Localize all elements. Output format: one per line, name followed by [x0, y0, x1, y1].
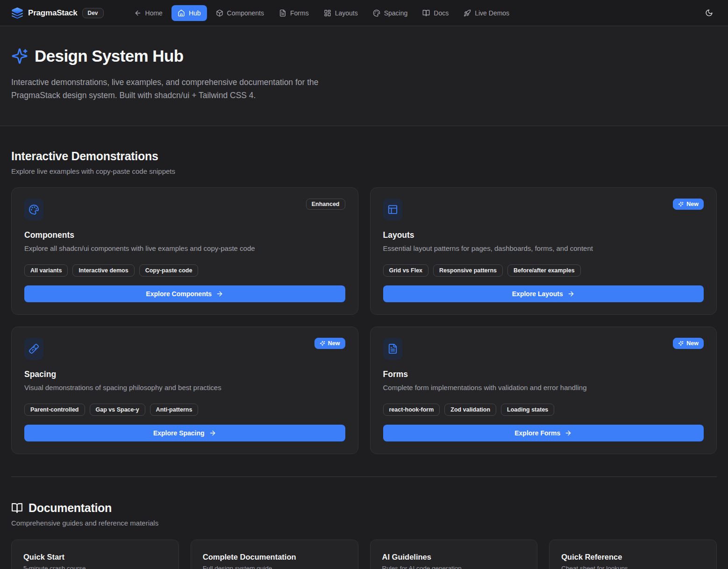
- arrow-left-icon: [134, 9, 142, 17]
- sparkles-icon: [320, 341, 325, 346]
- card-title: Layouts: [383, 230, 704, 240]
- nav-item-spacing[interactable]: Spacing: [367, 5, 414, 21]
- status-badge: New: [673, 338, 704, 349]
- card-description: Complete form implementations with valid…: [383, 384, 704, 391]
- nav-item-hub[interactable]: Hub: [171, 5, 207, 21]
- docs-section-subtitle: Comprehensive guides and reference mater…: [11, 519, 717, 527]
- demo-card-layouts: New Layouts Essential layout patterns fo…: [370, 187, 717, 315]
- book-open-icon: [11, 502, 23, 514]
- hero-section: Design System Hub Interactive demonstrat…: [0, 26, 728, 126]
- tag: Before/after examples: [507, 264, 581, 277]
- book-open-icon: [422, 9, 430, 17]
- explore-forms-button[interactable]: Explore Forms: [383, 425, 704, 441]
- doc-card-complete-documentation[interactable]: Complete Documentation Full design syste…: [191, 540, 358, 569]
- tag: Gap vs Space-y: [90, 404, 145, 416]
- nav-item-forms[interactable]: Forms: [273, 5, 315, 21]
- ruler-icon: [24, 338, 43, 360]
- docs-section-header: Documentation Comprehensive guides and r…: [11, 501, 717, 527]
- file-text-icon: [383, 338, 402, 360]
- tag: Responsive patterns: [433, 264, 503, 277]
- demo-card-components: Enhanced Components Explore all shadcn/u…: [11, 187, 358, 315]
- tag: Zod validation: [444, 404, 496, 416]
- status-badge: Enhanced: [306, 199, 345, 210]
- nav-label: Docs: [434, 9, 449, 17]
- section-divider: [11, 477, 717, 477]
- button-label: Explore Layouts: [512, 290, 563, 298]
- status-badge: New: [314, 338, 345, 349]
- palette-icon: [24, 199, 43, 220]
- nav-label: Layouts: [335, 9, 358, 17]
- badge-label: New: [686, 201, 699, 207]
- sparkles-icon: [11, 48, 28, 64]
- brand[interactable]: PragmaStack Dev: [11, 7, 104, 19]
- tag-list: Parent-controlled Gap vs Space-y Anti-pa…: [24, 404, 345, 416]
- doc-cards-grid: Quick Start 5-minute crash course Comple…: [11, 540, 717, 569]
- nav-item-docs[interactable]: Docs: [416, 5, 455, 21]
- button-label: Explore Spacing: [153, 429, 205, 437]
- doc-card-title: Complete Documentation: [203, 553, 346, 562]
- demo-cards-grid: Enhanced Components Explore all shadcn/u…: [11, 187, 717, 454]
- arrow-right-icon: [209, 429, 216, 437]
- panels-top-left-icon: [383, 199, 402, 220]
- tag-list: All variants Interactive demos Copy-past…: [24, 264, 345, 277]
- package-icon: [216, 9, 223, 17]
- tag-list: Grid vs Flex Responsive patterns Before/…: [383, 264, 704, 277]
- tag: Anti-patterns: [150, 404, 199, 416]
- doc-card-subtitle: 5-minute crash course: [23, 565, 167, 569]
- sparkles-icon: [678, 341, 684, 346]
- demo-card-spacing: New Spacing Visual demonstrations of spa…: [11, 327, 358, 454]
- doc-card-title: Quick Reference: [561, 553, 705, 562]
- explore-layouts-button[interactable]: Explore Layouts: [383, 285, 704, 302]
- card-description: Essential layout patterns for pages, das…: [383, 244, 704, 252]
- explore-spacing-button[interactable]: Explore Spacing: [24, 425, 345, 441]
- sparkles-icon: [678, 201, 684, 207]
- nav-label: Forms: [290, 9, 309, 17]
- nav-label: Live Demos: [475, 9, 509, 17]
- explore-components-button[interactable]: Explore Components: [24, 285, 345, 302]
- button-label: Explore Components: [146, 290, 212, 298]
- demos-section-subtitle: Explore live examples with copy-paste co…: [11, 167, 717, 175]
- tag: react-hook-form: [383, 404, 440, 416]
- env-badge: Dev: [82, 8, 104, 18]
- doc-card-title: Quick Start: [23, 553, 167, 562]
- nav-label: Spacing: [384, 9, 408, 17]
- tag: Parent-controlled: [24, 404, 85, 416]
- status-badge: New: [673, 199, 704, 210]
- docs-section-title: Documentation: [29, 501, 112, 515]
- nav-links: Home Hub Components Forms Layouts: [128, 5, 516, 21]
- arrow-right-icon: [564, 429, 572, 437]
- doc-card-subtitle: Rules for AI code generation: [382, 565, 526, 569]
- file-text-icon: [279, 9, 286, 17]
- nav-label: Hub: [189, 9, 201, 17]
- demos-section-title: Interactive Demonstrations: [11, 149, 717, 163]
- demos-section-header: Interactive Demonstrations Explore live …: [11, 149, 717, 175]
- card-title: Components: [24, 230, 345, 240]
- doc-card-subtitle: Cheat sheet for lookups: [561, 565, 705, 569]
- demo-card-forms: New Forms Complete form implementations …: [370, 327, 717, 454]
- layout-dashboard-icon: [324, 9, 331, 17]
- doc-card-quick-start[interactable]: Quick Start 5-minute crash course: [11, 540, 179, 569]
- main-content: Interactive Demonstrations Explore live …: [0, 149, 728, 569]
- card-description: Visual demonstrations of spacing philoso…: [24, 384, 345, 391]
- tag: All variants: [24, 264, 68, 277]
- tag: Grid vs Flex: [383, 264, 429, 277]
- nav-item-components[interactable]: Components: [210, 5, 270, 21]
- arrow-right-icon: [216, 290, 223, 298]
- home-icon: [178, 9, 185, 17]
- card-title: Forms: [383, 370, 704, 379]
- nav-item-live-demos[interactable]: Live Demos: [457, 5, 515, 21]
- top-navigation: PragmaStack Dev Home Hub Components Fo: [0, 0, 728, 26]
- nav-item-layouts[interactable]: Layouts: [318, 5, 364, 21]
- brand-name: PragmaStack: [28, 8, 78, 18]
- badge-label: New: [328, 340, 340, 347]
- nav-item-home[interactable]: Home: [128, 5, 169, 21]
- button-label: Explore Forms: [514, 429, 560, 437]
- nav-label: Home: [145, 9, 163, 17]
- doc-card-subtitle: Full design system guide: [203, 565, 346, 569]
- tag: Interactive demos: [72, 264, 134, 277]
- doc-card-quick-reference[interactable]: Quick Reference Cheat sheet for lookups: [549, 540, 717, 569]
- tag: Loading states: [501, 404, 554, 416]
- doc-card-ai-guidelines[interactable]: AI Guidelines Rules for AI code generati…: [370, 540, 538, 569]
- theme-toggle-button[interactable]: [701, 5, 717, 21]
- palette-icon: [373, 9, 380, 17]
